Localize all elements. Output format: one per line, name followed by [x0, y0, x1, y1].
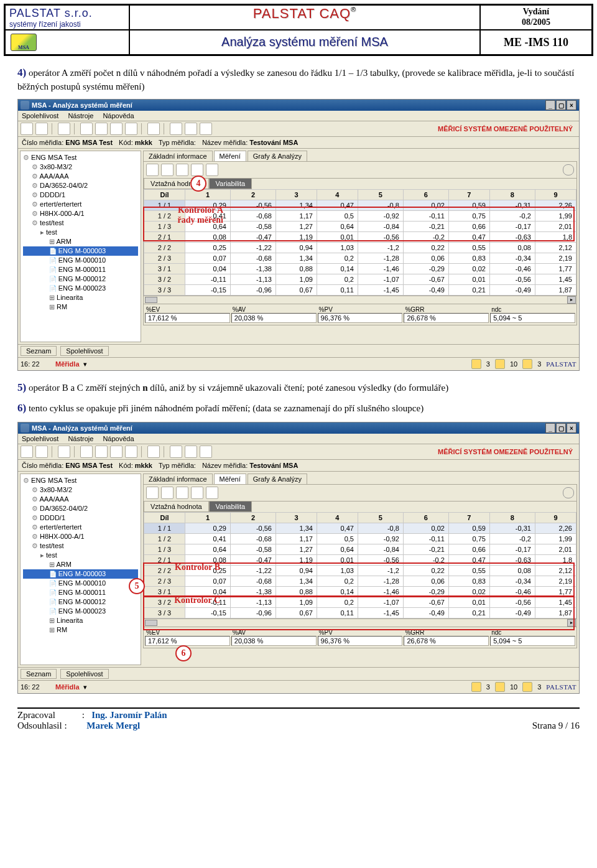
tree-view[interactable]: ENG MSA Test3x80-M3/2AAA/AAADA/3652-04/0…: [20, 474, 141, 665]
toolbar-button[interactable]: [95, 123, 108, 135]
data-cell[interactable]: -0,63: [489, 232, 535, 243]
tree-node[interactable]: ertert/ertertert: [23, 523, 138, 532]
dil-cell[interactable]: 3 / 1: [144, 587, 185, 597]
data-cell[interactable]: -0,56: [358, 555, 403, 566]
toolbar-button[interactable]: [58, 123, 70, 135]
tree-node[interactable]: 3x80-M3/2: [23, 485, 138, 495]
data-cell[interactable]: -0,67: [403, 274, 448, 285]
data-cell[interactable]: -1,07: [358, 597, 403, 608]
dil-cell[interactable]: 3 / 1: [144, 264, 185, 274]
data-cell[interactable]: -0,49: [403, 608, 448, 618]
data-cell[interactable]: -0,96: [230, 608, 275, 618]
data-cell[interactable]: 0,02: [403, 523, 448, 534]
data-cell[interactable]: 0,01: [448, 274, 489, 285]
tree-node[interactable]: ARM: [23, 237, 138, 246]
dil-cell[interactable]: 2 / 2: [144, 566, 185, 576]
data-cell[interactable]: 0,64: [317, 544, 358, 555]
tree-node[interactable]: ENG M-000010: [23, 579, 138, 588]
data-cell[interactable]: -1,13: [230, 597, 275, 608]
tree-node[interactable]: Linearita: [23, 293, 138, 302]
toolbar-button[interactable]: [176, 487, 188, 499]
data-cell[interactable]: 0,5: [317, 211, 358, 222]
data-cell[interactable]: 1,45: [535, 274, 576, 285]
scroll-arrow-right[interactable]: ▸: [567, 619, 576, 627]
dil-cell[interactable]: 2 / 3: [144, 253, 185, 264]
data-cell[interactable]: 1,19: [275, 555, 317, 566]
maximize-button[interactable]: ▢: [556, 100, 566, 110]
data-cell[interactable]: 1,34: [275, 200, 317, 211]
data-cell[interactable]: 0,94: [275, 566, 317, 576]
data-cell[interactable]: 0,06: [403, 253, 448, 264]
tree-node[interactable]: ARM: [23, 560, 138, 569]
table-row[interactable]: 2 / 30,07-0,681,340,2-1,280,060,83-0,342…: [144, 576, 576, 587]
data-cell[interactable]: 0,22: [403, 566, 448, 576]
data-cell[interactable]: -1,46: [358, 587, 403, 597]
data-cell[interactable]: -0,47: [230, 555, 275, 566]
data-cell[interactable]: -0,63: [489, 555, 535, 566]
data-cell[interactable]: 0,64: [185, 222, 230, 232]
toolbar-button[interactable]: [125, 446, 137, 458]
data-cell[interactable]: -0,11: [185, 597, 230, 608]
data-cell[interactable]: 0,22: [403, 243, 448, 253]
data-cell[interactable]: -0,67: [403, 597, 448, 608]
data-cell[interactable]: 0,2: [317, 597, 358, 608]
subtab-variability[interactable]: Variabilita: [209, 502, 252, 512]
dil-cell[interactable]: 1 / 1: [144, 523, 185, 534]
window-titlebar[interactable]: MSA - Analýza systémů měření _ ▢ ×: [18, 422, 579, 434]
data-cell[interactable]: 0,5: [317, 534, 358, 544]
data-cell[interactable]: -1,2: [358, 243, 403, 253]
data-cell[interactable]: 0,59: [448, 200, 489, 211]
data-cell[interactable]: -0,49: [489, 285, 535, 296]
data-cell[interactable]: -0,17: [489, 544, 535, 555]
data-cell[interactable]: 1,99: [535, 534, 576, 544]
data-cell[interactable]: 0,08: [489, 566, 535, 576]
horizontal-scrollbar[interactable]: ▸: [143, 619, 577, 627]
tree-node[interactable]: ENG M-000012: [23, 274, 138, 284]
toolbar-button[interactable]: [58, 446, 70, 458]
data-cell[interactable]: 1,09: [275, 597, 317, 608]
tree-node[interactable]: ENG M-000010: [23, 256, 138, 265]
zoom-icon[interactable]: [563, 487, 574, 498]
data-cell[interactable]: -1,28: [358, 253, 403, 264]
data-cell[interactable]: -0,96: [230, 285, 275, 296]
data-grid[interactable]: Díl1234567891 / 10,29-0,561,340,47-0,80,…: [143, 189, 577, 296]
table-row[interactable]: 2 / 20,25-1,220,941,03-1,20,220,550,082,…: [144, 243, 576, 253]
toolbar-button[interactable]: [146, 487, 159, 499]
toolbar-button[interactable]: [206, 164, 218, 176]
tree-node[interactable]: ENG M-000012: [23, 597, 138, 607]
data-cell[interactable]: -0,49: [403, 285, 448, 296]
toolbar-button[interactable]: [21, 123, 33, 135]
toolbar-button[interactable]: [176, 164, 188, 176]
tree-node[interactable]: AAA/AAA: [23, 495, 138, 504]
data-cell[interactable]: 2,12: [535, 566, 576, 576]
data-cell[interactable]: 0,02: [448, 587, 489, 597]
data-cell[interactable]: -0,46: [489, 264, 535, 274]
data-cell[interactable]: -0,31: [489, 200, 535, 211]
zoom-icon[interactable]: [563, 164, 574, 175]
status-meridla[interactable]: Měřidla: [55, 360, 80, 368]
toolbar-button[interactable]: [200, 446, 212, 458]
toolbar-button[interactable]: [206, 487, 218, 499]
data-cell[interactable]: -0,84: [358, 222, 403, 232]
data-cell[interactable]: 0,06: [403, 576, 448, 587]
dil-cell[interactable]: 3 / 3: [144, 285, 185, 296]
subtab-variability[interactable]: Variabilita: [209, 179, 252, 189]
dil-cell[interactable]: 1 / 2: [144, 211, 185, 222]
data-cell[interactable]: -0,56: [489, 597, 535, 608]
data-cell[interactable]: 0,67: [275, 608, 317, 618]
dil-cell[interactable]: 1 / 3: [144, 222, 185, 232]
toolbar-button[interactable]: [191, 164, 203, 176]
tree-node[interactable]: DDDD/1: [23, 190, 138, 200]
data-cell[interactable]: -0,2: [489, 211, 535, 222]
data-cell[interactable]: -0,56: [489, 274, 535, 285]
toolbar-button[interactable]: [35, 123, 48, 135]
tab-basic-info[interactable]: Základní informace: [143, 151, 213, 161]
data-cell[interactable]: 0,25: [185, 243, 230, 253]
scroll-thumb[interactable]: [145, 620, 157, 626]
tree-node[interactable]: ertert/ertertert: [23, 200, 138, 209]
data-cell[interactable]: 0,2: [317, 274, 358, 285]
tree-node[interactable]: test: [23, 551, 138, 560]
data-cell[interactable]: 0,83: [448, 253, 489, 264]
data-cell[interactable]: -0,47: [230, 232, 275, 243]
data-cell[interactable]: -0,11: [403, 211, 448, 222]
